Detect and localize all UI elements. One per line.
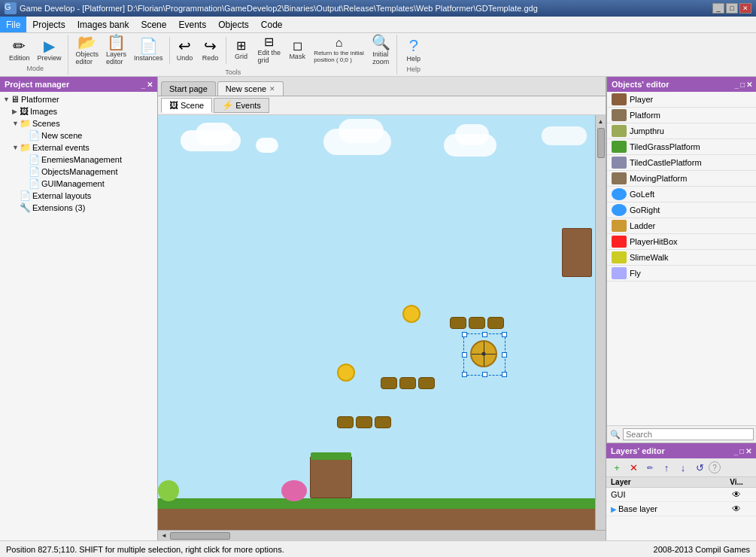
- object-item-goright[interactable]: GoRight: [607, 202, 756, 218]
- add-layer-button[interactable]: +: [609, 460, 624, 475]
- tree-item-scenes[interactable]: ▼ 📁 Scenes: [0, 117, 157, 129]
- menu-file[interactable]: File: [0, 17, 26, 32]
- layers-header: Layer Vi...: [606, 477, 756, 488]
- le-minimize-button[interactable]: _: [733, 447, 738, 455]
- main-layout: Project manager _ ✕ ▼ 🖥 Platformer ▶ 🖼 I…: [0, 77, 756, 540]
- tree-item-objects-mgmt[interactable]: 📄 ObjectsManagement: [0, 166, 157, 178]
- base-eye-icon[interactable]: 👁: [732, 504, 741, 514]
- gui-eye-icon[interactable]: 👁: [732, 489, 741, 500]
- object-icon-tiled-castle: [612, 157, 627, 169]
- refresh-layer-button[interactable]: ↺: [692, 460, 707, 475]
- object-item-tiled-grass[interactable]: TiledGrassPlatform: [607, 139, 756, 155]
- vscroll-up-arrow[interactable]: ▲: [598, 118, 604, 125]
- vscroll-thumb[interactable]: [597, 128, 605, 158]
- preview-button[interactable]: ▶ Preview: [35, 37, 65, 63]
- object-item-moving-platform[interactable]: MovingPlatform: [607, 171, 756, 187]
- tree-item-external-events[interactable]: ▼ 📁 External events: [0, 142, 157, 154]
- menu-code[interactable]: Code: [255, 17, 289, 32]
- objects-search-input[interactable]: [623, 428, 754, 440]
- delete-layer-button[interactable]: ✕: [626, 460, 641, 475]
- grid-label: Grid: [235, 53, 247, 60]
- up-layer-button[interactable]: ↑: [659, 460, 674, 475]
- scene-canvas[interactable]: [158, 115, 595, 530]
- menu-projects[interactable]: Projects: [26, 17, 71, 32]
- edit-grid-button[interactable]: ⊟ Edit thegrid: [255, 35, 284, 65]
- menu-events[interactable]: Events: [172, 17, 212, 32]
- mask-label: Mask: [289, 53, 305, 60]
- object-item-player[interactable]: Player: [607, 92, 756, 108]
- mask-button[interactable]: ◻ Mask: [285, 38, 309, 62]
- redo-button[interactable]: ↪ Redo: [199, 37, 223, 63]
- oe-minimize-button[interactable]: _: [734, 81, 739, 89]
- grid-icon: ⊞: [236, 40, 246, 52]
- menu-scene[interactable]: Scene: [135, 17, 172, 32]
- layer-gui-vis[interactable]: 👁: [721, 489, 751, 500]
- object-item-slimewalk[interactable]: SlimeWalk: [607, 250, 756, 266]
- icon-platformer: 🖥: [11, 94, 20, 105]
- zoom-button[interactable]: 🔍 Initialzoom: [369, 33, 393, 67]
- tree-item-new-scene[interactable]: 📄 New scene: [0, 129, 157, 142]
- tree-item-platformer[interactable]: ▼ 🖥 Platformer: [0, 93, 157, 105]
- close-button[interactable]: ✕: [739, 3, 751, 14]
- layers-editor-button[interactable]: 📋 Layerseditor: [103, 33, 129, 67]
- menu-objects[interactable]: Objects: [212, 17, 255, 32]
- layer-base[interactable]: ▶ Base layer 👁: [606, 502, 756, 516]
- arrow-scenes: ▼: [12, 120, 20, 127]
- menu-images-bank[interactable]: Images bank: [71, 17, 135, 32]
- oe-controls: _ □ ✕: [734, 81, 752, 89]
- scene-view-button[interactable]: 🖼 Scene: [161, 98, 212, 113]
- oe-expand-button[interactable]: □: [740, 81, 745, 89]
- mode-group-label: Mode: [27, 65, 44, 72]
- object-item-fly[interactable]: Fly: [607, 266, 756, 282]
- maximize-button[interactable]: □: [726, 3, 738, 14]
- le-close-button[interactable]: ✕: [745, 447, 751, 455]
- down-layer-button[interactable]: ↓: [676, 460, 691, 475]
- object-item-player-hitbox[interactable]: PlayerHitBox: [607, 234, 756, 250]
- rename-layer-button[interactable]: ✏: [642, 460, 657, 475]
- object-item-goleft[interactable]: GoLeft: [607, 187, 756, 202]
- undo-button[interactable]: ↩ Undo: [173, 37, 197, 63]
- cloud-7: [455, 124, 489, 145]
- tree-item-enemies[interactable]: 📄 EnemiesManagement: [0, 154, 157, 166]
- hscroll-thumb[interactable]: [170, 532, 230, 540]
- events-view-label: Events: [235, 101, 261, 110]
- object-item-tiled-castle[interactable]: TiledCastlePlatform: [607, 155, 756, 171]
- help-layer-button[interactable]: ?: [709, 461, 721, 473]
- grid-button[interactable]: ⊞ Grid: [229, 38, 254, 62]
- oe-close-button[interactable]: ✕: [746, 81, 752, 89]
- le-expand-button[interactable]: □: [739, 447, 744, 455]
- scene-hscroll[interactable]: ◄: [158, 531, 595, 540]
- tree-item-gui-mgmt[interactable]: 📄 GUIManagement: [0, 178, 157, 190]
- tree-item-images[interactable]: ▶ 🖼 Images: [0, 105, 157, 117]
- instances-button[interactable]: 📄 Instances: [131, 37, 166, 63]
- coin-1: [402, 305, 421, 323]
- scene-view-icon: 🖼: [169, 100, 178, 111]
- object-icon-goleft: [612, 188, 627, 200]
- object-icon-slimewalk: [612, 251, 627, 263]
- object-icon-player-hitbox: [612, 236, 627, 248]
- tab-new-scene[interactable]: New scene ✕: [217, 81, 284, 96]
- objects-editor: Objects' editor _ □ ✕ PlayerPlatformJump…: [606, 77, 756, 443]
- tree-item-external-layouts[interactable]: 📄 External layouts: [0, 190, 157, 202]
- pm-close-button[interactable]: ✕: [147, 81, 153, 89]
- object-item-platform[interactable]: Platform: [607, 108, 756, 123]
- object-item-jumpthru[interactable]: Jumpthru: [607, 123, 756, 139]
- return-button[interactable]: ⌂ Return to the initialposition ( 0;0 ): [311, 35, 367, 65]
- tab-start-page[interactable]: Start page: [161, 81, 216, 96]
- minimize-button[interactable]: _: [712, 3, 724, 14]
- objects-editor-button[interactable]: 📂 Objectseditor: [73, 33, 102, 67]
- object-item-ladder[interactable]: Ladder: [607, 218, 756, 234]
- layer-base-vis[interactable]: 👁: [721, 504, 751, 514]
- pm-minimize-button[interactable]: _: [141, 81, 145, 89]
- tab-new-scene-close[interactable]: ✕: [269, 85, 275, 93]
- help-button[interactable]: ? Help: [402, 36, 426, 64]
- edition-button[interactable]: ✏ Edition: [6, 37, 33, 63]
- hscroll-left-arrow[interactable]: ◄: [161, 532, 167, 539]
- scene-vscroll[interactable]: ▲: [595, 115, 606, 530]
- events-view-icon: ⚡: [222, 100, 233, 111]
- objects-editor-icon: 📂: [77, 35, 96, 50]
- events-view-button[interactable]: ⚡ Events: [214, 98, 269, 113]
- label-external-events: External events: [32, 143, 90, 152]
- tree-item-extensions[interactable]: 🔧 Extensions (3): [0, 202, 157, 214]
- layer-gui[interactable]: GUI 👁: [606, 488, 756, 502]
